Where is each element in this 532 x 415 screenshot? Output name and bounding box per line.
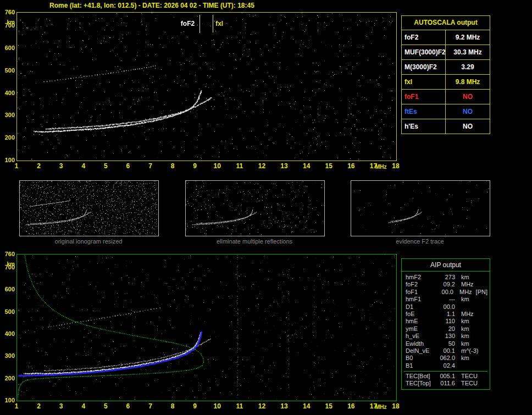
x-tick-label: 1 [11, 402, 22, 410]
aip-param-unit: MHz [461, 281, 474, 288]
x-tick-label: 16 [346, 162, 357, 170]
y-tick-label: 600 [0, 286, 15, 292]
autoscala-row-m3000f2: M(3000)F2 3.29 [402, 59, 490, 74]
aip-panel-body: hmF2 273 km foF2 09.2 MHz foF1 00.0 MHz … [402, 272, 490, 389]
thumbnail-caption: eliminate multiple reflections [185, 238, 324, 245]
autoscala-param-label: M(3000)F2 [402, 60, 446, 74]
thumbnail-canvas [20, 181, 157, 235]
aip-row-B0: B0 062.0 km [406, 355, 487, 362]
x-tick-label: 3 [56, 402, 66, 410]
aip-param-label: foF2 [406, 281, 436, 288]
aip-param-unit: TECU [461, 380, 478, 387]
x-tick-label: 18 [390, 402, 401, 410]
aip-row-TEC-top: TEC[Top] 011.6 TECU [406, 380, 487, 387]
autoscaled-ionogram-plot [16, 254, 397, 401]
x-tick-label: 5 [100, 162, 111, 170]
x-tick-label: 3 [56, 162, 66, 170]
aip-param-unit: km [461, 296, 469, 303]
x-tick-label: 13 [279, 162, 290, 170]
aip-param-label: B0 [406, 355, 436, 362]
aip-param-value: --- [436, 296, 455, 303]
fxI-marker-line [213, 15, 213, 32]
autoscala-param-value: 9.2 MHz [446, 30, 490, 45]
aip-param-unit: TECU [461, 373, 478, 380]
recorded-ionogram-plot: foF2 fxl [16, 12, 397, 161]
x-tick-label: 11 [234, 162, 245, 170]
y-axis-unit-label: km [0, 19, 15, 25]
aip-param-unit: km [461, 274, 469, 281]
aip-param-value: 50 [436, 340, 455, 347]
thumbnail-original-ionogram [19, 180, 159, 236]
aip-panel-title: AIP output [402, 259, 490, 272]
autoscala-output-panel: AUTOSCALA output foF2 9.2 MHz MUF(3000)F… [401, 15, 490, 134]
autoscala-row-hpEs: h'Es NO [402, 119, 490, 134]
recorded-ionogram-canvas [17, 13, 395, 159]
autoscala-param-label: MUF(3000)F2 [402, 45, 446, 59]
aip-row-Ewidth: Ewidth 50 km [406, 340, 487, 347]
autoscala-param-value: NO [446, 90, 490, 104]
foF2-marker-label: foF2 [181, 20, 195, 27]
aip-row-foF2: foF2 09.2 MHz [406, 281, 487, 288]
aip-param-unit: MHz [461, 311, 474, 318]
x-axis-unit-label: MHz [375, 404, 387, 410]
aip-param-label: foE [406, 311, 436, 318]
x-tick-label: 18 [390, 162, 401, 170]
aip-param-note: [PN] [476, 289, 487, 296]
x-tick-label: 8 [167, 162, 178, 170]
station-date-time-title: Rome (lat: +41.8, lon: 012.5) - DATE: 20… [49, 2, 254, 9]
y-tick-label: 200 [0, 375, 15, 381]
y-tick-label: 500 [0, 308, 15, 315]
aip-row-foE: foE 1.1 MHz [406, 311, 487, 318]
aip-param-label: D1 [406, 303, 436, 311]
aip-param-value: 09.2 [436, 281, 455, 288]
thumbnail-evidence-f2-trace [351, 180, 490, 236]
aip-param-label: B1 [406, 362, 436, 369]
aip-param-value: 005.1 [436, 373, 455, 380]
aip-row-B1: B1 02.4 [406, 362, 487, 369]
autoscala-param-label: foF2 [402, 30, 446, 45]
aip-param-value: 02.4 [436, 362, 455, 369]
y-tick-label: 300 [0, 112, 15, 118]
x-tick-label: 2 [34, 402, 45, 410]
x-tick-label: 9 [190, 402, 201, 410]
aip-row-D1: D1 00.0 [406, 303, 487, 311]
aip-param-label: ymE [406, 325, 436, 333]
autoscala-param-value: 9.8 MHz [446, 75, 490, 89]
x-tick-label: 6 [123, 162, 134, 170]
foF2-marker-line [199, 15, 200, 32]
aip-param-label: h_vE [406, 333, 436, 340]
aip-param-unit: km [461, 318, 469, 325]
aip-param-value: 00.0 [436, 303, 455, 311]
y-tick-label: 400 [0, 330, 15, 337]
autoscala-param-label: fxl [402, 75, 446, 89]
x-tick-label: 7 [145, 402, 156, 410]
autoscala-param-value: NO [446, 119, 490, 134]
thumbnail-eliminate-reflections [185, 180, 325, 236]
x-tick-label: 10 [212, 402, 223, 410]
aip-param-value: 00.0 [435, 289, 453, 296]
aip-param-value: 1.1 [436, 311, 455, 318]
aip-param-unit: km [461, 355, 469, 362]
aip-param-value: 110 [436, 318, 455, 325]
aip-param-label: hmF2 [406, 274, 436, 281]
aip-param-label: TEC[Top] [406, 380, 436, 387]
autoscala-row-ftEs: ftEs NO [402, 104, 490, 119]
aip-row-h_vE: h_vE 130 km [406, 333, 487, 340]
autoscala-param-value: 30.3 MHz [446, 45, 490, 59]
x-tick-label: 1 [11, 162, 22, 170]
y-tick-label: 760 [0, 251, 15, 257]
x-tick-label: 14 [301, 162, 312, 170]
aip-param-value: 00.1 [436, 347, 455, 355]
aip-param-label: hmF1 [406, 296, 436, 303]
thumbnail-canvas [186, 181, 323, 235]
x-tick-label: 2 [34, 162, 45, 170]
autoscala-param-value: 3.29 [446, 60, 490, 74]
aip-row-hmF1: hmF1 --- km [406, 296, 487, 303]
aip-row-hmE: hmE 110 km [406, 318, 487, 325]
autoscala-row-foF1: foF1 NO [402, 89, 490, 104]
x-tick-label: 15 [323, 162, 334, 170]
x-axis-unit-label: MHz [375, 164, 387, 170]
autoscala-param-value: NO [446, 104, 490, 119]
x-tick-label: 12 [256, 402, 267, 410]
aip-param-unit: km [461, 340, 469, 347]
